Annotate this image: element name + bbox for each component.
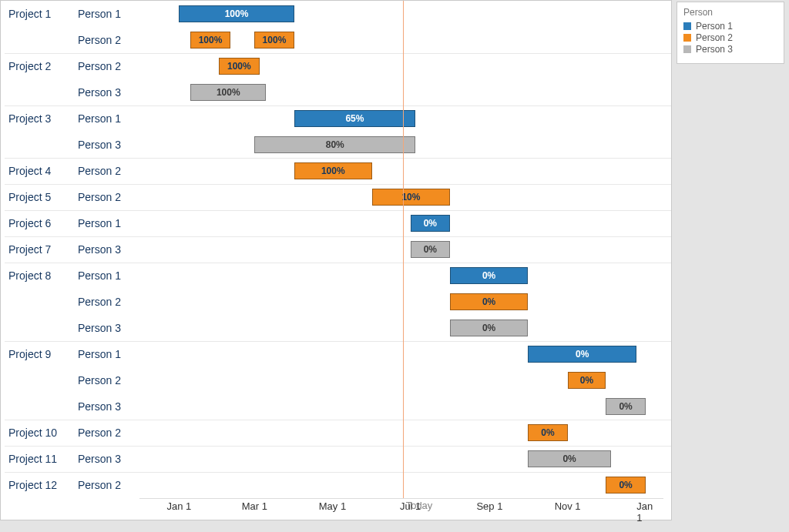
x-tick: May 1	[319, 500, 346, 512]
person-label: Person 1	[78, 210, 139, 236]
x-tick: Mar 1	[242, 500, 267, 512]
gantt-bar: 0%	[450, 320, 528, 336]
legend-item: Person 2	[683, 32, 777, 43]
gantt-bar: 0%	[606, 477, 645, 494]
gantt-bar: 100%	[179, 5, 294, 22]
legend-label: Person 1	[696, 21, 733, 32]
legend-swatch-person2	[683, 34, 691, 42]
person-label: Person 1	[78, 105, 139, 132]
x-tick: Jan 1	[636, 500, 654, 524]
person-label: Person 1	[78, 1, 139, 27]
legend: Person Person 1 Person 2 Person 3	[677, 2, 784, 64]
person-label: Person 2	[78, 158, 139, 184]
project-label: Project 7	[8, 236, 78, 263]
gantt-bar: 0%	[528, 450, 611, 467]
legend-label: Person 2	[696, 32, 733, 43]
person-label: Person 2	[78, 420, 139, 446]
person-label: Person 1	[78, 341, 139, 367]
gantt-bar: 100%	[219, 58, 260, 75]
gantt-bar: 10%	[372, 189, 450, 206]
person-label: Person 3	[78, 79, 139, 105]
x-tick: Sep 1	[476, 500, 502, 512]
gantt-bar: 100%	[294, 162, 372, 179]
project-label: Project 10	[8, 420, 78, 446]
project-label: Project 3	[8, 105, 78, 132]
person-label: Person 3	[78, 315, 139, 341]
legend-swatch-person3	[683, 45, 691, 53]
project-label: Project 2	[8, 53, 78, 79]
gantt-chart: Project 1Person 1Person 2Project 2Person…	[0, 0, 672, 520]
project-label: Project 4	[8, 158, 78, 184]
gantt-bar: 100%	[254, 32, 294, 49]
gantt-bar: 100%	[190, 32, 230, 49]
person-label: Person 2	[78, 367, 139, 393]
gantt-bar: 0%	[450, 267, 528, 284]
person-label: Person 2	[78, 27, 139, 53]
project-label: Project 5	[8, 184, 78, 210]
today-line	[403, 1, 404, 498]
person-label: Person 2	[78, 184, 139, 210]
x-tick: Nov 1	[555, 500, 581, 512]
gantt-bar: 100%	[190, 84, 266, 101]
x-tick: Jul 1	[400, 500, 421, 512]
legend-swatch-person1	[683, 22, 691, 30]
row-labels: Project 1Person 1Person 2Project 2Person…	[1, 1, 139, 509]
project-label: Project 1	[8, 1, 78, 27]
person-label: Person 2	[78, 289, 139, 315]
person-label: Person 1	[78, 263, 139, 289]
gantt-bar: 0%	[606, 398, 645, 415]
gantt-bar: 65%	[294, 110, 416, 127]
project-label: Project 9	[8, 341, 78, 367]
project-label: Project 11	[8, 446, 78, 472]
person-label: Person 3	[78, 132, 139, 158]
person-label: Person 3	[78, 393, 139, 420]
project-label: Project 6	[8, 210, 78, 236]
gantt-bar: 0%	[411, 215, 450, 232]
x-tick: Jan 1	[167, 500, 192, 512]
gantt-bar: 0%	[528, 346, 636, 363]
person-label: Person 3	[78, 236, 139, 263]
gantt-bar: 80%	[254, 136, 415, 153]
legend-title: Person	[683, 7, 777, 18]
legend-item: Person 1	[683, 21, 777, 32]
legend-label: Person 3	[696, 44, 733, 55]
gantt-bar: 0%	[568, 372, 606, 389]
legend-item: Person 3	[683, 44, 777, 55]
person-label: Person 3	[78, 446, 139, 472]
gantt-bar: 0%	[450, 293, 528, 310]
gantt-plot: 100%100%100%100%100%65%80%100%10%0%0%0%0…	[139, 1, 663, 498]
project-label: Project 8	[8, 263, 78, 289]
x-axis: Jan 1Mar 1May 1Jul 1Sep 1Nov 1Jan 1	[139, 498, 663, 520]
project-label: Project 12	[8, 472, 78, 498]
person-label: Person 2	[78, 472, 139, 498]
person-label: Person 2	[78, 53, 139, 79]
gantt-bar: 0%	[411, 241, 450, 258]
gantt-bar: 0%	[528, 424, 567, 441]
